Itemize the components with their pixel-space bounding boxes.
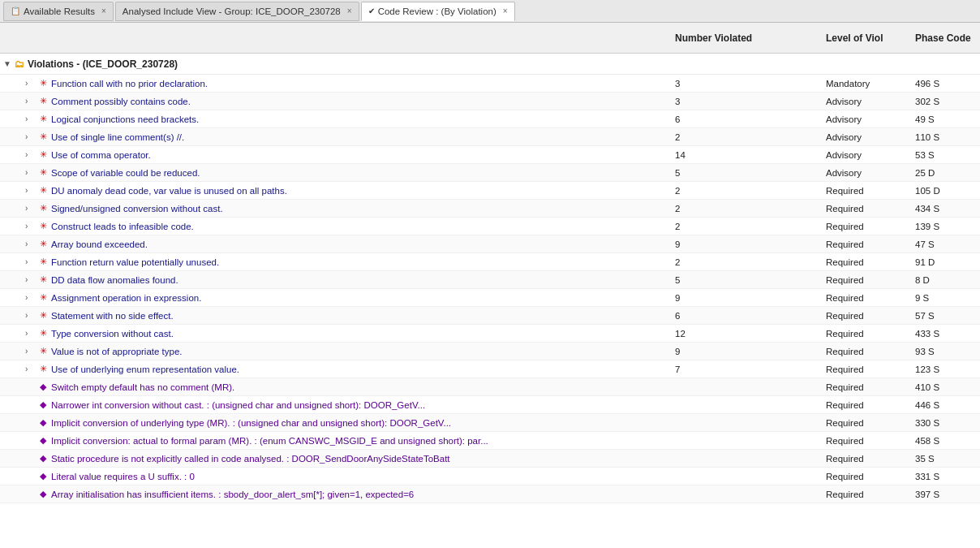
table-row[interactable]: ›✳Scope of variable could be reduced.5Ad… xyxy=(0,164,980,182)
row-chevron-icon[interactable]: › xyxy=(25,97,35,106)
table-row[interactable]: ◆Static procedure is not explicitly call… xyxy=(0,450,980,468)
table-row[interactable]: ›✳Assignment operation in expression.9Re… xyxy=(0,289,980,307)
row-chevron-icon[interactable]: › xyxy=(25,114,35,123)
table-row[interactable]: ◆Switch empty default has no comment (MR… xyxy=(0,378,980,396)
row-label: DU anomaly dead code, var value is unuse… xyxy=(51,186,287,196)
row-phase: 397 S xyxy=(915,490,980,499)
table-row[interactable]: ◆Narrower int conversion without cast. :… xyxy=(0,396,980,414)
row-chevron-icon[interactable]: › xyxy=(25,222,35,231)
table-row[interactable]: ›✳Function call with no prior declaratio… xyxy=(0,75,980,93)
row-name-col: ›✳Statement with no side effect. xyxy=(0,310,672,321)
row-chevron-icon[interactable]: › xyxy=(25,347,35,356)
violations-group-row[interactable]: ▼ 🗂 Violations - (ICE_DOOR_230728) xyxy=(0,54,980,75)
row-label: Value is not of appropriate type. xyxy=(51,347,183,356)
table-row[interactable]: ›✳Use of single line comment(s) //.2Advi… xyxy=(0,128,980,146)
purple-diamond-icon: ◆ xyxy=(37,453,49,464)
row-number-violated: 6 xyxy=(672,114,826,124)
row-level: Required xyxy=(826,239,915,249)
row-level: Required xyxy=(826,204,915,214)
row-chevron-icon[interactable]: › xyxy=(25,275,35,284)
table-row[interactable]: ›✳Type conversion without cast.12Require… xyxy=(0,325,980,343)
row-level: Required xyxy=(826,257,915,267)
purple-diamond-icon: ◆ xyxy=(37,435,49,447)
row-number-violated: 12 xyxy=(672,329,826,339)
row-level: Required xyxy=(826,436,915,446)
row-phase: 446 S xyxy=(915,400,980,410)
row-phase: 35 S xyxy=(915,454,980,464)
tab-code-review[interactable]: ✔Code Review : (By Violation)× xyxy=(361,2,515,21)
tab-label-code-review: Code Review : (By Violation) xyxy=(378,6,496,16)
row-chevron-icon[interactable]: › xyxy=(25,150,35,159)
row-phase: 25 D xyxy=(915,168,980,178)
row-chevron-icon[interactable]: › xyxy=(25,293,35,302)
row-chevron-icon[interactable]: › xyxy=(25,311,35,320)
row-chevron-icon[interactable]: › xyxy=(25,329,35,338)
table-row[interactable]: ›✳Logical conjunctions need brackets.6Ad… xyxy=(0,110,980,128)
table-row[interactable]: ›✳Array bound exceeded.9Required47 S xyxy=(0,235,980,253)
row-chevron-icon[interactable]: › xyxy=(25,79,35,88)
row-number-violated: 7 xyxy=(672,365,826,374)
table-row[interactable]: ◆Literal value requires a U suffix. : 0R… xyxy=(0,468,980,485)
table-row[interactable]: ›✳DU anomaly dead code, var value is unu… xyxy=(0,182,980,200)
tab-close-analysed-include[interactable]: × xyxy=(347,6,352,15)
table-row[interactable]: ›✳Construct leads to infeasible code.2Re… xyxy=(0,218,980,235)
table-row[interactable]: ›✳Statement with no side effect.6Require… xyxy=(0,307,980,325)
table-row[interactable]: ›✳Value is not of appropriate type.9Requ… xyxy=(0,343,980,360)
table-row[interactable]: ›✳Use of underlying enum representation … xyxy=(0,360,980,378)
row-label: Use of underlying enum representation va… xyxy=(51,365,239,374)
row-phase: 302 S xyxy=(915,97,980,106)
tab-available-results[interactable]: 📋Available Results× xyxy=(3,2,114,21)
table-row[interactable]: ◆Implicit conversion of underlying type … xyxy=(0,414,980,432)
table-row[interactable]: ›✳Signed/unsigned conversion without cas… xyxy=(0,200,980,218)
purple-diamond-icon: ◆ xyxy=(37,471,49,482)
tab-close-code-review[interactable]: × xyxy=(503,6,508,15)
row-chevron-icon[interactable]: › xyxy=(25,257,35,266)
red-star-icon: ✳ xyxy=(37,364,49,375)
row-chevron-icon[interactable]: › xyxy=(25,239,35,248)
row-chevron-icon[interactable]: › xyxy=(25,204,35,213)
table-row[interactable]: ›✳Comment possibly contains code.3Adviso… xyxy=(0,93,980,110)
row-name-col: ›✳Function return value potentially unus… xyxy=(0,257,672,268)
row-label: Array initialisation has insufficient it… xyxy=(51,490,414,499)
row-level: Required xyxy=(826,347,915,356)
table-row[interactable]: ›✳Use of comma operator.14Advisory53 S xyxy=(0,146,980,164)
row-label: Construct leads to infeasible code. xyxy=(51,222,194,231)
row-level: Required xyxy=(826,454,915,464)
row-chevron-icon[interactable]: › xyxy=(25,168,35,177)
row-number-violated: 3 xyxy=(672,97,826,106)
row-phase: 105 D xyxy=(915,186,980,196)
row-number-violated: 5 xyxy=(672,168,826,178)
purple-diamond-icon: ◆ xyxy=(37,382,49,393)
table-row[interactable]: ◆Array initialisation has insufficient i… xyxy=(0,485,980,503)
row-label: Static procedure is not explicitly calle… xyxy=(51,454,450,464)
row-level: Required xyxy=(826,382,915,392)
row-label: Array bound exceeded. xyxy=(51,239,148,249)
row-label: Use of single line comment(s) //. xyxy=(51,132,184,142)
row-level: Required xyxy=(826,329,915,339)
group-chevron-icon[interactable]: ▼ xyxy=(3,59,11,68)
row-chevron-icon[interactable]: › xyxy=(25,186,35,195)
red-star-icon: ✳ xyxy=(37,149,49,161)
row-level: Required xyxy=(826,472,915,481)
row-name-col: ›✳Use of single line comment(s) //. xyxy=(0,132,672,143)
row-name-col: ›✳Assignment operation in expression. xyxy=(0,292,672,304)
tab-close-available-results[interactable]: × xyxy=(101,6,106,15)
row-name-col: ◆Implicit conversion of underlying type … xyxy=(0,417,672,429)
table-row[interactable]: ›✳DD data flow anomalies found.5Required… xyxy=(0,271,980,289)
row-phase: 434 S xyxy=(915,204,980,214)
row-name-col: ›✳Array bound exceeded. xyxy=(0,239,672,250)
row-label: Comment possibly contains code. xyxy=(51,97,191,106)
row-label: Function return value potentially unused… xyxy=(51,257,219,267)
red-star-icon: ✳ xyxy=(37,346,49,357)
row-phase: 57 S xyxy=(915,311,980,321)
row-chevron-icon[interactable]: › xyxy=(25,132,35,141)
table-row[interactable]: ◆Implicit conversion: actual to formal p… xyxy=(0,432,980,450)
tab-analysed-include[interactable]: Analysed Include View - Group: ICE_DOOR_… xyxy=(115,2,359,21)
table-row[interactable]: ›✳Function return value potentially unus… xyxy=(0,253,980,271)
red-star-icon: ✳ xyxy=(37,274,49,286)
row-name-col: ›✳Use of comma operator. xyxy=(0,149,672,161)
tab-label-analysed-include: Analysed Include View - Group: ICE_DOOR_… xyxy=(122,6,341,16)
row-number-violated: 6 xyxy=(672,311,826,321)
row-chevron-icon[interactable]: › xyxy=(25,365,35,373)
row-level: Advisory xyxy=(826,132,915,142)
